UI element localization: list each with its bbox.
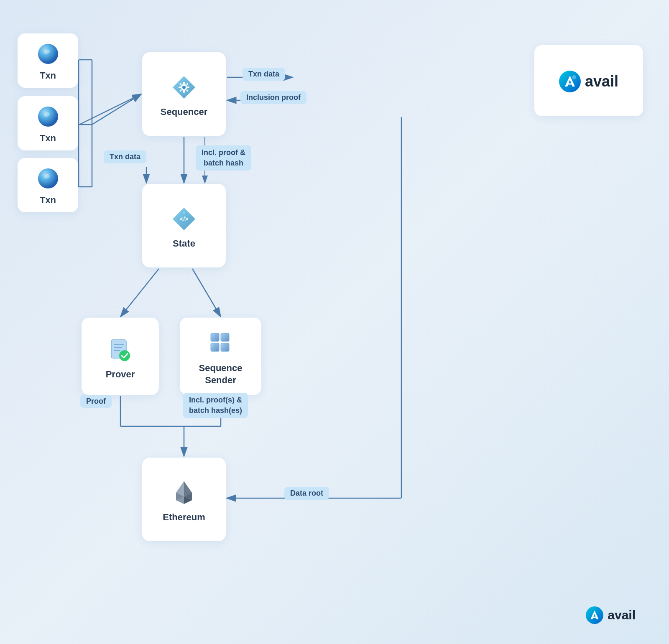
inclusion-proof-label: Inclusion proof [240, 91, 306, 104]
ethereum-card: Ethereum [142, 458, 226, 541]
svg-rect-33 [183, 90, 185, 93]
prover-card: Prover [82, 318, 159, 395]
incl-proofs-batch-label: Incl. proof(s) &batch hash(es) [183, 393, 248, 418]
incl-proof-batch-label: Incl. proof &batch hash [196, 145, 251, 171]
avail-logo-text: avail [585, 73, 618, 90]
txn3-card: Txn [18, 158, 78, 212]
state-card: </> State [142, 184, 226, 267]
txn-data-left-label: Txn data [104, 150, 146, 163]
txn1-label: Txn [40, 70, 56, 81]
incl-proofs-batch-text: Incl. proof(s) &batch hash(es) [189, 396, 242, 415]
txn3-icon [33, 166, 63, 191]
sequencer-card: Sequencer [142, 52, 226, 136]
bottom-avail-logo: avail [586, 606, 636, 624]
data-root-label: Data root [284, 487, 329, 500]
svg-point-73 [586, 606, 603, 624]
svg-point-41 [572, 75, 576, 79]
svg-rect-50 [114, 347, 122, 348]
svg-line-13 [120, 269, 159, 317]
state-label: State [173, 238, 195, 249]
txn2-card: Txn [18, 96, 78, 150]
txn2-icon [33, 104, 63, 129]
svg-rect-35 [187, 87, 189, 88]
svg-rect-54 [221, 333, 229, 341]
prover-icon [105, 335, 135, 365]
svg-rect-34 [179, 87, 181, 88]
svg-rect-56 [221, 343, 229, 351]
avail-logo: avail [559, 71, 618, 92]
bottom-avail-text: avail [608, 608, 636, 622]
txn2-label: Txn [40, 133, 56, 144]
svg-point-23 [38, 44, 58, 64]
ethereum-label: Ethereum [163, 512, 205, 523]
svg-point-40 [559, 71, 581, 92]
svg-point-31 [182, 86, 186, 89]
diagram-container: Txn Txn [0, 0, 669, 644]
txn-data-top-label: Txn data [243, 68, 285, 81]
svg-line-8 [92, 94, 141, 125]
sender-card: SequenceSender [180, 318, 261, 395]
state-icon: </> [169, 204, 199, 234]
txn1-card: Txn [18, 33, 78, 88]
sequencer-icon [169, 72, 199, 102]
txn1-icon [33, 42, 63, 66]
svg-point-46 [186, 214, 189, 216]
txn3-label: Txn [40, 195, 56, 206]
proof-label: Proof [80, 395, 112, 408]
svg-rect-49 [114, 344, 124, 345]
svg-rect-51 [114, 350, 120, 351]
svg-rect-32 [183, 82, 185, 84]
svg-point-25 [38, 107, 58, 127]
avail-card: avail [534, 45, 643, 116]
sequencer-label: Sequencer [161, 107, 208, 117]
incl-proof-batch-text: Incl. proof &batch hash [202, 148, 245, 167]
sender-icon [206, 328, 236, 358]
svg-point-52 [119, 350, 130, 361]
svg-point-45 [183, 211, 185, 214]
sender-label: SequenceSender [199, 362, 243, 386]
svg-rect-55 [211, 343, 219, 351]
svg-rect-53 [211, 333, 219, 341]
svg-line-2 [79, 94, 141, 125]
prover-label: Prover [106, 369, 135, 380]
svg-point-27 [38, 168, 58, 188]
svg-point-44 [179, 214, 182, 217]
ethereum-icon [169, 478, 199, 508]
svg-line-14 [192, 269, 221, 317]
